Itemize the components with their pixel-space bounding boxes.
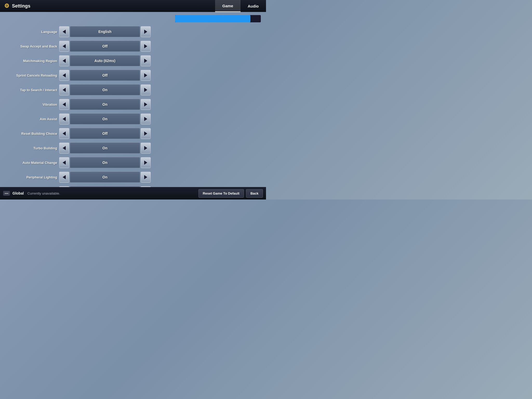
setting-value-1: Off (70, 41, 140, 52)
settings-list: Language English Swap Accept and Back Of… (0, 24, 266, 187)
slider-row (0, 14, 266, 24)
arrow-left-9[interactable] (59, 157, 69, 168)
setting-control-5: On (59, 99, 151, 110)
footer: — Global Currently unavailable. Reset Ga… (0, 187, 266, 200)
status-text: Currently unavailable. (28, 191, 60, 195)
arrow-left-0[interactable] (59, 26, 69, 37)
setting-control-1: Off (59, 41, 151, 52)
setting-label-0: Language (5, 30, 57, 34)
setting-label-4: Tap to Search / Interact (5, 88, 57, 92)
setting-label-5: Vibration (5, 103, 57, 107)
footer-right: Reset Game To Default Back (198, 189, 263, 198)
arrow-right-7[interactable] (141, 128, 151, 139)
setting-value-0: English (70, 26, 140, 37)
arrow-left-7[interactable] (59, 128, 69, 139)
global-label: Global (12, 191, 24, 195)
arrow-left-3[interactable] (59, 70, 69, 81)
arrow-right-2[interactable] (141, 55, 151, 66)
slider-track[interactable] (175, 15, 261, 22)
setting-label-8: Turbo Building (5, 146, 57, 150)
gear-icon: ⚙ (4, 3, 9, 9)
setting-row: Tap to Search / Interact On (0, 83, 266, 97)
setting-row: Language English (0, 24, 266, 39)
setting-control-8: On (59, 143, 151, 154)
setting-row: Matchmaking Region Auto (62ms) (0, 54, 266, 68)
arrow-right-1[interactable] (141, 41, 151, 52)
setting-row: Vibration On (0, 97, 266, 112)
arrow-right-8[interactable] (141, 143, 151, 154)
setting-label-10: Peripheral Lighting (5, 175, 57, 179)
arrow-right-4[interactable] (141, 84, 151, 95)
slider-container (175, 15, 261, 22)
settings-content: Language English Swap Accept and Back Of… (0, 12, 266, 187)
setting-label-9: Auto Material Change (5, 161, 57, 165)
arrow-right-3[interactable] (141, 70, 151, 81)
setting-control-9: On (59, 157, 151, 168)
app-title: Settings (12, 3, 30, 9)
setting-value-3: Off (70, 70, 140, 81)
setting-value-2: Auto (62ms) (70, 55, 140, 66)
arrow-left-10[interactable] (59, 172, 69, 183)
setting-row: Peripheral Lighting On (0, 170, 266, 184)
minus-button[interactable]: — (3, 191, 10, 196)
setting-row: Use Tap to Fire On (0, 184, 266, 187)
arrow-right-0[interactable] (141, 26, 151, 37)
setting-row: Aim Assist On (0, 112, 266, 126)
setting-label-2: Matchmaking Region (5, 59, 57, 63)
arrow-left-8[interactable] (59, 143, 69, 154)
setting-control-3: Off (59, 70, 151, 81)
arrow-left-1[interactable] (59, 41, 69, 52)
arrow-left-6[interactable] (59, 114, 69, 124)
setting-value-7: Off (70, 128, 140, 139)
setting-row: Reset Building Choice Off (0, 126, 266, 141)
arrow-right-5[interactable] (141, 99, 151, 110)
setting-value-4: On (70, 84, 140, 95)
setting-label-1: Swap Accept and Back (5, 44, 57, 48)
arrow-left-2[interactable] (59, 55, 69, 66)
arrow-left-4[interactable] (59, 84, 69, 95)
header-tabs: Game Audio (215, 0, 266, 12)
setting-row: Auto Material Change On (0, 155, 266, 170)
header: ⚙ Settings Game Audio (0, 0, 266, 12)
setting-value-6: On (70, 114, 140, 124)
arrow-right-9[interactable] (141, 157, 151, 168)
setting-row: Swap Accept and Back Off (0, 39, 266, 54)
tab-audio[interactable]: Audio (241, 0, 266, 12)
setting-control-2: Auto (62ms) (59, 55, 151, 66)
tab-game[interactable]: Game (215, 0, 241, 12)
setting-value-5: On (70, 99, 140, 110)
arrow-left-5[interactable] (59, 99, 69, 110)
setting-control-7: Off (59, 128, 151, 139)
header-title-group: ⚙ Settings (4, 3, 30, 9)
back-button[interactable]: Back (246, 189, 263, 198)
arrow-right-6[interactable] (141, 114, 151, 124)
setting-control-10: On (59, 172, 151, 183)
setting-row: Sprint Cancels Reloading Off (0, 68, 266, 83)
setting-value-10: On (70, 172, 140, 183)
setting-row: Turbo Building On (0, 141, 266, 155)
reset-button[interactable]: Reset Game To Default (198, 189, 244, 198)
setting-label-3: Sprint Cancels Reloading (5, 74, 57, 77)
setting-label-6: Aim Assist (5, 117, 57, 121)
setting-control-4: On (59, 84, 151, 95)
setting-label-7: Reset Building Choice (5, 132, 57, 136)
setting-control-0: English (59, 26, 151, 37)
arrow-right-10[interactable] (141, 172, 151, 183)
setting-value-9: On (70, 157, 140, 168)
setting-value-8: On (70, 143, 140, 154)
setting-control-6: On (59, 114, 151, 124)
slider-fill (175, 15, 250, 22)
